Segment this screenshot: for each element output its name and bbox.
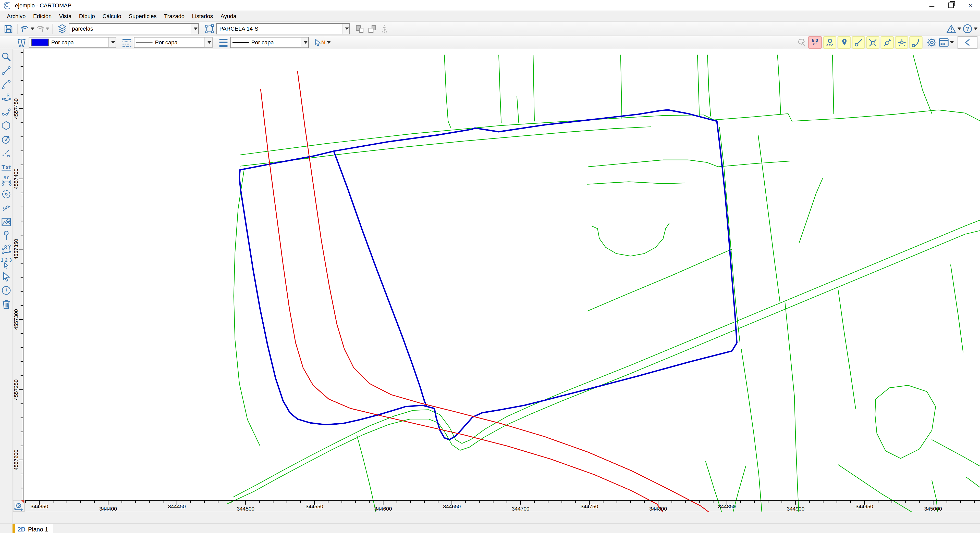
parcel-combo-arrow[interactable] xyxy=(342,24,349,34)
circle-tool-button[interactable] xyxy=(0,132,12,146)
north-cursor-button[interactable]: N xyxy=(315,37,330,48)
linewidth-combo[interactable]: Por capa xyxy=(230,37,309,48)
menu-edicion[interactable]: Edición xyxy=(29,12,56,21)
polyline-arc-tool-button[interactable] xyxy=(0,105,12,119)
map-canvas[interactable]: 3443503444003444503445003445503446003446… xyxy=(13,49,980,511)
separator xyxy=(17,24,18,34)
snap-intersection-button[interactable] xyxy=(866,36,879,49)
minimize-button[interactable] xyxy=(922,0,941,11)
x-axis-tick-label: 344600 xyxy=(374,506,392,512)
linetype-icon[interactable] xyxy=(121,37,132,48)
linetype-combo-arrow[interactable] xyxy=(204,38,212,48)
warning-button[interactable] xyxy=(946,23,961,35)
linetype-swatch xyxy=(136,39,153,45)
slope-tool-button[interactable] xyxy=(0,201,12,215)
menu-calculo[interactable]: Cálculo xyxy=(99,12,125,21)
toolbar-main: parcelas PARCELA 14-S ? xyxy=(0,22,980,36)
snap-point-button[interactable] xyxy=(838,36,851,49)
menu-archivo[interactable]: Archivo xyxy=(3,12,29,21)
parcel-tool-button[interactable] xyxy=(0,242,12,256)
zoom-tool-button[interactable] xyxy=(0,50,12,64)
radius-curve-tool-button[interactable]: R xyxy=(0,91,12,105)
layer-combo[interactable]: parcelas xyxy=(68,23,199,35)
y-axis-tick-label: 4557200 xyxy=(13,450,19,470)
panels-caret[interactable] xyxy=(950,41,954,44)
layers-icon[interactable] xyxy=(56,23,67,35)
menu-vista[interactable]: Vista xyxy=(56,12,75,21)
snap-tangent-button[interactable] xyxy=(909,36,922,49)
map-drawing[interactable]: 3443503444003444503445003445503446003446… xyxy=(13,49,980,511)
undo-caret[interactable] xyxy=(30,27,35,30)
snap-perpendicular-button[interactable] xyxy=(895,36,908,49)
save-button[interactable] xyxy=(3,23,14,35)
slope-lines-icon[interactable] xyxy=(379,23,390,35)
linewidth-icon[interactable] xyxy=(218,37,229,48)
color-combo-value: Por capa xyxy=(49,39,108,45)
menu-trazado[interactable]: Trazado xyxy=(160,12,188,21)
window-title: ejemplo - CARTOMAP xyxy=(15,2,72,8)
menu-listados[interactable]: Listados xyxy=(188,12,217,21)
sheet-tab-bar: 2D Plano 1 xyxy=(0,523,980,533)
pin-tool-button[interactable] xyxy=(0,228,12,242)
x-axis-tick-label: 344950 xyxy=(856,503,873,509)
settings-button[interactable] xyxy=(926,37,937,48)
color-cards-icon[interactable] xyxy=(16,37,27,48)
symbol-tool-button[interactable] xyxy=(0,187,12,201)
redo-button[interactable] xyxy=(36,23,49,35)
linetype-combo[interactable]: Por capa xyxy=(134,37,213,48)
color-combo[interactable]: Por capa xyxy=(29,37,116,48)
text-tool-button[interactable]: Txt xyxy=(0,160,12,174)
menu-ayuda[interactable]: Ayuda xyxy=(217,12,240,21)
collapse-toolbar-button[interactable] xyxy=(958,36,977,49)
x-axis-tick-label: 344550 xyxy=(305,503,323,509)
toolbar-format: Por capa Por capa Por capa N xyxy=(0,36,980,49)
bring-front-icon[interactable] xyxy=(354,23,365,35)
dimension-tool-button[interactable]: 8.0 xyxy=(0,174,12,187)
parallel-tool-button[interactable]: ∞ xyxy=(0,146,12,160)
north-caret[interactable] xyxy=(327,41,331,44)
menu-superficies[interactable]: Superficies xyxy=(125,12,160,21)
polygon-tool-button[interactable] xyxy=(0,119,12,132)
infinity-glyph: ∞ xyxy=(6,153,10,158)
text-tool-label: Txt xyxy=(2,163,11,170)
parcel-icon[interactable] xyxy=(204,23,215,35)
warning-caret[interactable] xyxy=(958,27,961,30)
snap-nearest-button[interactable] xyxy=(881,36,894,49)
x-axis-tick-label: 344400 xyxy=(99,506,117,512)
snap-endpoint-button[interactable] xyxy=(852,36,865,49)
snap-distance-button[interactable]: 8.0 ↵ xyxy=(808,36,822,49)
redo-caret[interactable] xyxy=(46,27,49,30)
x-ruler-strip xyxy=(13,500,980,512)
send-back-icon[interactable] xyxy=(366,23,377,35)
xyz-label: XYZ xyxy=(826,43,834,47)
linewidth-combo-arrow[interactable] xyxy=(301,38,308,48)
undo-button[interactable] xyxy=(21,23,35,35)
linewidth-swatch xyxy=(232,39,249,45)
layer-combo-arrow[interactable] xyxy=(191,24,198,34)
color-combo-arrow[interactable] xyxy=(108,38,116,48)
delete-tool-button[interactable] xyxy=(0,297,12,311)
linewidth-combo-value: Por capa xyxy=(249,39,301,45)
numbering-tool-button[interactable]: 1·2·3 xyxy=(0,256,12,270)
axis-settings-button[interactable] xyxy=(13,500,24,512)
x-axis-tick-label: 344650 xyxy=(443,503,461,509)
select-tool-button[interactable] xyxy=(0,270,12,284)
help-button[interactable]: ? xyxy=(963,23,977,35)
tab-plano-1[interactable]: 2D Plano 1 xyxy=(13,524,53,533)
x-axis-tick-label: 344850 xyxy=(718,503,735,509)
panels-button[interactable] xyxy=(939,37,954,48)
arc-tool-button[interactable] xyxy=(0,78,12,91)
help-caret[interactable] xyxy=(974,27,978,30)
menu-dibujo[interactable]: Dibujo xyxy=(75,12,99,21)
linetype-combo-value: Por capa xyxy=(153,39,204,45)
restore-button[interactable] xyxy=(941,0,961,11)
draw-surface-icon[interactable] xyxy=(796,37,807,48)
snap-xyz-button[interactable]: XYZ xyxy=(823,36,836,49)
line-tool-button[interactable] xyxy=(0,64,12,78)
close-button[interactable]: × xyxy=(961,0,980,11)
info-tool-button[interactable]: i xyxy=(0,284,12,297)
image-tool-button[interactable] xyxy=(0,215,12,228)
parcel-combo[interactable]: PARCELA 14-S xyxy=(216,23,350,35)
x-axis-tick-label: 344500 xyxy=(237,506,255,512)
layer-combo-value: parcelas xyxy=(69,25,191,32)
